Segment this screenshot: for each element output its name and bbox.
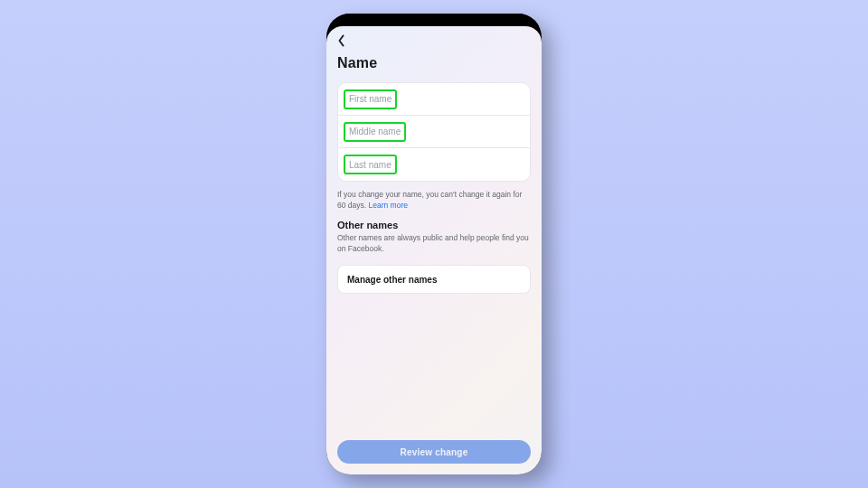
- review-change-label: Review change: [401, 447, 468, 457]
- first-name-row[interactable]: First name: [338, 83, 530, 116]
- phone: Name First name Middle name Last name: [326, 14, 542, 474]
- manage-other-names-label: Manage other names: [347, 275, 437, 285]
- highlight-box: Last name: [344, 155, 397, 174]
- name-fields-card: First name Middle name Last name: [337, 82, 531, 182]
- first-name-placeholder: First name: [349, 94, 392, 104]
- flex-spacer: [337, 294, 531, 440]
- last-name-row[interactable]: Last name: [338, 148, 530, 181]
- phone-frame: Name First name Middle name Last name: [326, 14, 542, 474]
- other-names-title: Other names: [337, 220, 531, 230]
- name-settings-screen: Name First name Middle name Last name: [326, 26, 542, 474]
- chevron-left-icon: [337, 34, 345, 51]
- name-change-info: If you change your name, you can't chang…: [337, 189, 531, 211]
- other-names-desc: Other names are always public and help p…: [337, 232, 531, 254]
- highlight-box: First name: [344, 89, 397, 109]
- info-text: If you change your name, you can't chang…: [337, 190, 522, 210]
- highlight-box: Middle name: [344, 122, 406, 142]
- learn-more-link[interactable]: Learn more: [369, 201, 408, 210]
- back-button[interactable]: [337, 35, 352, 50]
- manage-other-names-button[interactable]: Manage other names: [337, 265, 531, 294]
- middle-name-placeholder: Middle name: [349, 127, 401, 136]
- page-title: Name: [337, 55, 531, 71]
- middle-name-row[interactable]: Middle name: [338, 116, 530, 148]
- last-name-placeholder: Last name: [349, 160, 392, 170]
- status-bar: [326, 14, 542, 26]
- review-change-button[interactable]: Review change: [337, 440, 531, 464]
